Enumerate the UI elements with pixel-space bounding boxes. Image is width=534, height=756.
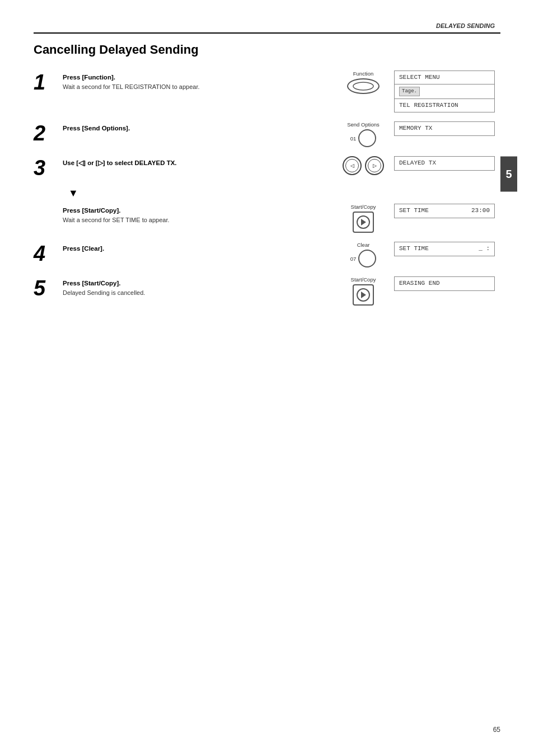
- lcd-5-line1: ERASING END: [395, 277, 494, 290]
- start-copy-button-3-icon[interactable]: [353, 212, 374, 233]
- main-content: Cancelling Delayed Sending 1 Press [Func…: [34, 43, 500, 306]
- step-4-number: 4: [34, 242, 63, 264]
- svg-marker-1: [361, 219, 366, 226]
- step-3-substep-text: Press [Start/Copy]. Wait a second for SE…: [63, 204, 332, 224]
- lcd-1-line1: SELECT MENU: [395, 71, 494, 84]
- step-3-substep-middle: Start/Copy: [332, 204, 394, 233]
- step-2-text: Press [Send Options].: [63, 121, 332, 133]
- step-3-substep-sub: Wait a second for SET TIME to appear.: [63, 216, 321, 224]
- step-3-lcd: DELAYED TX: [394, 156, 500, 170]
- function-button-icon[interactable]: [347, 78, 380, 94]
- step-5-sub: Delayed Sending is cancelled.: [63, 289, 321, 297]
- step-3-substep-row: Press [Start/Copy]. Wait a second for SE…: [63, 204, 500, 233]
- step-1-middle: Function: [332, 71, 394, 94]
- lcd-3-sub-line1: SET TIME 23:00: [395, 204, 494, 217]
- step-4-middle: Clear 07: [332, 242, 394, 267]
- step-3-left: 3 Use [◁] or [▷] to select DELAYED TX.: [34, 156, 332, 179]
- step-2-left: 2 Press [Send Options].: [34, 121, 332, 144]
- svg-marker-2: [361, 292, 366, 298]
- nav-left-button[interactable]: ◁: [343, 156, 362, 175]
- step-5-main: Press [Start/Copy].: [63, 279, 321, 288]
- step-4-main: Press [Clear].: [63, 244, 321, 253]
- start-copy-inner-3: [357, 215, 370, 229]
- step-2-display: MEMORY TX: [394, 121, 495, 135]
- step-4-btn-num: 07: [350, 256, 357, 262]
- step-4-btn-label: Clear: [357, 242, 370, 248]
- step-5-text: Press [Start/Copy]. Delayed Sending is c…: [63, 276, 332, 297]
- svg-point-0: [353, 82, 373, 90]
- start-copy-inner-5: [357, 288, 370, 302]
- nav-right-button[interactable]: ▷: [365, 156, 384, 175]
- step-2-btn-num: 01: [350, 135, 357, 142]
- lcd-1-line2: Tage.: [395, 84, 494, 99]
- page: DELAYED SENDING Cancelling Delayed Sendi…: [0, 0, 534, 756]
- step-1-main: Press [Function].: [63, 73, 321, 82]
- send-options-button-icon[interactable]: [358, 129, 376, 147]
- step-3-number: 3: [34, 156, 63, 179]
- step-3-substep-display: SET TIME 23:00: [394, 204, 495, 218]
- step-5-number: 5: [34, 276, 63, 299]
- step-1-sub: Wait a second for TEL REGISTRATION to ap…: [63, 83, 321, 91]
- step-5-display: ERASING END: [394, 276, 495, 290]
- nav-right-inner: ▷: [368, 159, 381, 172]
- header-rule: [34, 32, 500, 34]
- step-3-middle: ◁ ▷: [332, 156, 394, 175]
- step-2-lcd: MEMORY TX: [394, 121, 500, 135]
- set-time-value-1: 23:00: [471, 206, 490, 215]
- step-2-btn-row: 01: [350, 129, 377, 147]
- step-5-btn-label: Start/Copy: [351, 276, 376, 283]
- lcd-4-line1: SET TIME _ :: [395, 242, 494, 255]
- down-arrow-icon: ▼: [68, 187, 78, 199]
- step-2-middle: Send Options 01: [332, 121, 394, 147]
- step-2-main: Press [Send Options].: [63, 124, 321, 133]
- step-4-text: Press [Clear].: [63, 242, 332, 253]
- set-time-value-2: _ :: [479, 245, 490, 253]
- step-2-row: 2 Press [Send Options]. Send Options 01 …: [34, 121, 500, 147]
- step-3-substep-left: Press [Start/Copy]. Wait a second for SE…: [63, 204, 332, 224]
- step-1-display: SELECT MENU Tage. TEL REGISTRATION: [394, 71, 495, 112]
- step-4-lcd: SET TIME _ :: [394, 242, 500, 256]
- step-3-substep-main: Press [Start/Copy].: [63, 206, 321, 215]
- step-5-lcd: ERASING END: [394, 276, 500, 290]
- step-3-text: Use [◁] or [▷] to select DELAYED TX.: [63, 156, 332, 167]
- step-3-display: DELAYED TX: [394, 156, 495, 170]
- step-1-lcd: SELECT MENU Tage. TEL REGISTRATION: [394, 71, 500, 112]
- lcd-scroll-indicator: Tage.: [399, 87, 420, 96]
- lcd-3-line1: DELAYED TX: [395, 157, 494, 170]
- step-4-left: 4 Press [Clear].: [34, 242, 332, 264]
- arrow-row: ▼: [34, 187, 500, 199]
- step-3-main: Use [◁] or [▷] to select DELAYED TX.: [63, 158, 321, 167]
- step-1-number: 1: [34, 71, 63, 93]
- start-copy-button-5-icon[interactable]: [353, 284, 374, 306]
- lcd-2-line1: MEMORY TX: [395, 122, 494, 135]
- step-4-btn-row: 07: [350, 250, 377, 267]
- step-4-row: 4 Press [Clear]. Clear 07 SET TIME _ :: [34, 242, 500, 267]
- step-3-row: 3 Use [◁] or [▷] to select DELAYED TX. ◁…: [34, 156, 500, 179]
- step-1-left: 1 Press [Function]. Wait a second for TE…: [34, 71, 332, 93]
- page-title: Cancelling Delayed Sending: [34, 43, 500, 57]
- step-3-substep-lcd: SET TIME 23:00: [394, 204, 500, 218]
- nav-button-pair: ◁ ▷: [343, 156, 384, 175]
- step-5-middle: Start/Copy: [332, 276, 394, 306]
- lcd-1-line3: TEL REGISTRATION: [395, 99, 494, 112]
- step-4-display: SET TIME _ :: [394, 242, 495, 256]
- page-number: 65: [493, 726, 500, 734]
- step-5-row: 5 Press [Start/Copy]. Delayed Sending is…: [34, 276, 500, 306]
- step-2-btn-label: Send Options: [347, 121, 380, 128]
- clear-button-icon[interactable]: [358, 250, 376, 267]
- step-1-text: Press [Function]. Wait a second for TEL …: [63, 71, 332, 91]
- section-header: DELAYED SENDING: [34, 22, 500, 29]
- nav-left-inner: ◁: [345, 159, 359, 172]
- set-time-label-1: SET TIME: [399, 206, 429, 215]
- step-1-row: 1 Press [Function]. Wait a second for TE…: [34, 71, 500, 112]
- chapter-tab: 5: [500, 157, 517, 192]
- set-time-label-2: SET TIME: [399, 245, 429, 253]
- step-5-left: 5 Press [Start/Copy]. Delayed Sending is…: [34, 276, 332, 299]
- step-3-substep-btn-label: Start/Copy: [351, 204, 376, 210]
- step-1-btn-label: Function: [353, 71, 373, 77]
- step-2-number: 2: [34, 121, 63, 144]
